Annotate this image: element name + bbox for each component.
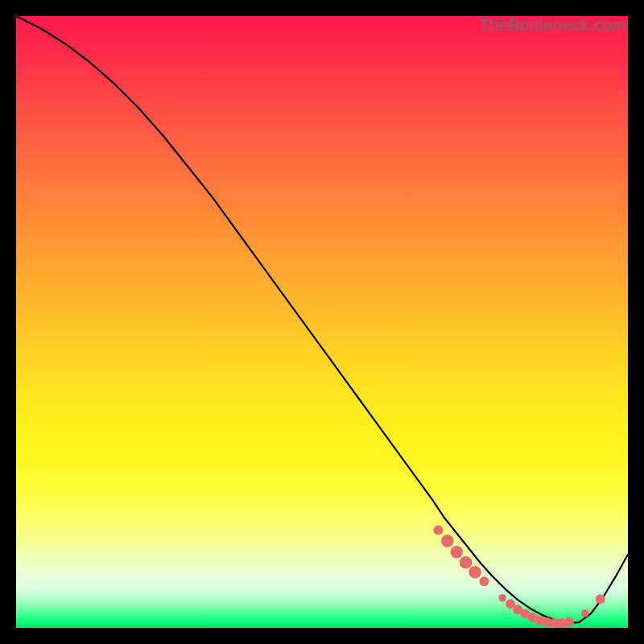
curve-marker — [450, 546, 463, 559]
bottleneck-curve — [16, 16, 628, 623]
curve-marker — [596, 594, 605, 604]
curve-marker — [498, 594, 506, 602]
curve-marker — [433, 525, 443, 535]
curve-marker — [581, 609, 589, 617]
plot-area: TheBottleneck.com — [16, 16, 628, 628]
curve-marker — [479, 576, 489, 586]
curve-marker — [460, 556, 473, 569]
curve-marker — [564, 617, 574, 626]
chart-frame: TheBottleneck.com — [0, 0, 644, 644]
curve-marker — [469, 566, 481, 579]
curve-marker — [441, 535, 454, 547]
chart-svg — [16, 16, 628, 628]
marker-group — [433, 525, 605, 628]
